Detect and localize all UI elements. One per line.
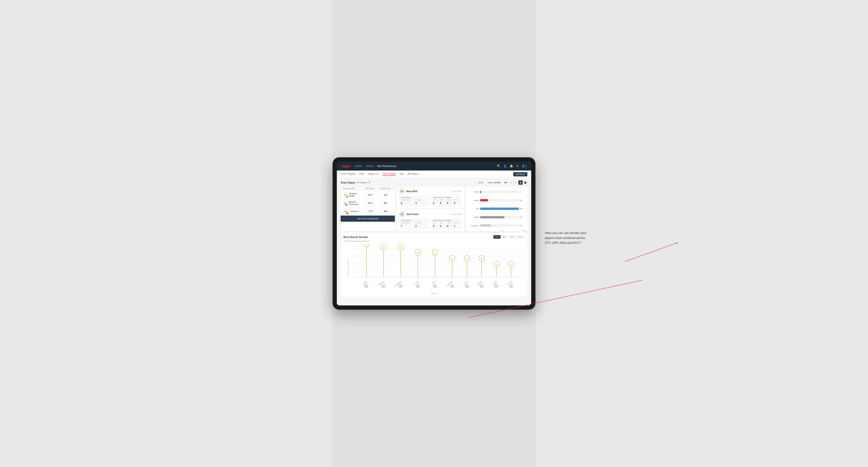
player-score-2: 18/20 [362,202,378,204]
subnav-hcaps[interactable]: Hcaps 1-5 [368,173,379,176]
profile-icon[interactable]: 👤▾ [522,164,526,168]
tablet-frame: clippd Home Teams My Performance 🔍 👤 🔔 ⚙… [333,157,535,310]
nav-icons: 🔍 👤 🔔 ⚙ 👤▾ [497,164,526,168]
pc-player-info-1: RB Rees Britt [399,188,417,194]
svg-text:0: 0 [353,276,354,278]
streak-btn-arg[interactable]: ARG [508,235,516,239]
middle-layout: RB Rees Britt 02 Sep 2023 Total Rounds [397,187,527,231]
subnav-pgat[interactable]: PGAT Players [341,173,355,176]
svg-point-29 [415,284,420,288]
svg-text:5x: 5x [434,252,436,254]
streak-btn-putt[interactable]: PUTT [516,235,525,239]
player-cards: RB Rees Britt 02 Sep 2023 Total Rounds [397,187,464,231]
player-3: CA 3 Cameron... [343,209,362,214]
svg-point-14 [364,284,369,288]
bar-row-birdies: Birdies 96 [468,199,526,201]
table-view-btn[interactable]: ⬛ [523,181,527,185]
player-score-1: 19/20 [362,194,378,196]
rank-badge-1: 1 [346,195,348,198]
svg-text:2: 2 [353,262,354,264]
nav-links: Home Teams My Performance [355,165,492,167]
player-score-3: 17/20 [362,210,378,213]
bar-val-birdies: 96 [520,199,526,201]
svg-point-19 [381,284,386,288]
nav-teams[interactable]: Teams [366,165,374,167]
add-team-button[interactable]: Add Team [513,172,527,177]
pc-total-rounds-2: Total Rounds Tournament 7 Practice [399,218,430,229]
bar-fill-bogeys [480,216,504,218]
team-title: Team Clippd [341,181,354,184]
svg-point-54 [494,284,499,288]
annotation-container: Here you can see streaks your players ha… [545,231,587,245]
bar-row-bogeys: Bogeys 311 [468,216,526,218]
pc-player-info-2: JC Josh Coles [399,211,418,217]
bar-label-pars: Pars [468,208,479,210]
pc-total-rounds-1: Total Rounds Tournament 8 Practice [399,195,430,206]
svg-text:7x: 7x [365,244,367,246]
settings-icon[interactable]: ⚙ [516,164,519,168]
bell-icon[interactable]: 🔔 [510,164,513,168]
avatar-1: RB 1 [343,192,348,197]
player-name-2: Edward Crossman [348,201,362,206]
svg-text:1: 1 [353,269,354,271]
svg-point-44 [465,284,469,288]
player-name-1: Richard Butler [349,192,362,197]
nav-my-performance[interactable]: My Performance [377,165,397,167]
pc-date-2: 26 Aug 2023 [451,213,462,215]
bar-track-birdies [480,199,519,201]
nav-home[interactable]: Home [355,165,362,167]
grid-view-btn[interactable]: ⊞ [509,181,513,185]
pc-avatar-2: JC [399,211,405,217]
card-view-btn[interactable]: ▦ [519,181,523,185]
pc-stats-2: Total Rounds Tournament 7 Practice [399,218,462,229]
streaks-subtitle: Off The Tee, Fairway Accuracy [343,240,525,242]
bar-val-pars: 499 [520,208,526,210]
chart-panel: Eagles 3 Birdies [466,187,527,231]
players-x-label: Players [343,292,525,294]
bar-label-bogeys: Bogeys [468,216,479,218]
subnav-team-clippd[interactable]: Team Clippd [382,173,396,176]
lb-header-name: PLAYER NAME [343,188,362,189]
player-card-josh-coles: JC Josh Coles 26 Aug 2023 Total Rounds [397,210,464,231]
leaderboard-panel: PLAYER NAME PB SCORE PB AVG SQ RB 1 Rich… [341,187,395,231]
list-view-btn[interactable]: ☰ [514,181,518,185]
subnav-tour[interactable]: Tour [399,173,404,176]
logo: clippd [342,164,350,168]
view-icons: ⊞ ☰ ▦ ⬛ [509,181,527,185]
time-filter-select[interactable]: Last 3 months Last 6 months Last 12 mont… [485,181,507,185]
player-2: EC 2 Edward Crossman [343,200,362,206]
bar-val-dbogeys: 131 [520,225,526,226]
streak-btn-ott[interactable]: OTT [493,235,500,239]
pc-practice-activities-1: Total Practice Activities OTT 0 APP [431,195,462,206]
streaks-section: Best Round Streaks OTT APP ARG PUTT Off … [341,233,527,297]
svg-point-34 [433,284,437,288]
player-card-rees-britt: RB Rees Britt 02 Sep 2023 Total Rounds [397,187,464,208]
annotation-text: Here you can see streaks your players ha… [545,231,587,245]
svg-point-59 [509,284,513,288]
bar-label-eagles: Eagles [468,191,479,193]
bar-fill-dbogeys [480,224,491,227]
bar-row-eagles: Eagles 3 [468,191,526,193]
player-avg-1: 110 [378,194,393,196]
streaks-title: Best Round Streaks [343,236,368,239]
bar-fill-birdies [480,199,488,201]
view-leaderboard-button[interactable]: View Full Leaderboard [341,216,395,222]
subnav-all-players[interactable]: All Players [408,173,418,176]
user-icon[interactable]: 👤 [503,164,507,168]
rank-badge-3: 3 [346,212,349,214]
avatar-2: EC 2 [343,200,347,206]
svg-text:4: 4 [353,248,354,250]
rank-badge-2: 2 [345,204,347,206]
team-count: | 14 Players [355,181,367,184]
subnav-pga[interactable]: PGA [359,173,364,176]
edit-icon[interactable]: ✏️ [368,181,371,184]
pc-name-1: Rees Britt [406,190,417,193]
streak-btn-app[interactable]: APP [501,235,508,239]
streaks-svg: 0 1 2 3 4 7x E. Ebert [353,244,525,291]
bar-val-bogeys: 311 [520,216,526,218]
table-row: RB 1 Richard Butler 19/20 110 [341,191,395,199]
table-row: CA 3 Cameron... 17/20 103 [341,207,395,216]
search-icon[interactable]: 🔍 [497,164,500,168]
streaks-header: Best Round Streaks OTT APP ARG PUTT [343,235,525,239]
player-name-3: Cameron... [349,210,360,213]
